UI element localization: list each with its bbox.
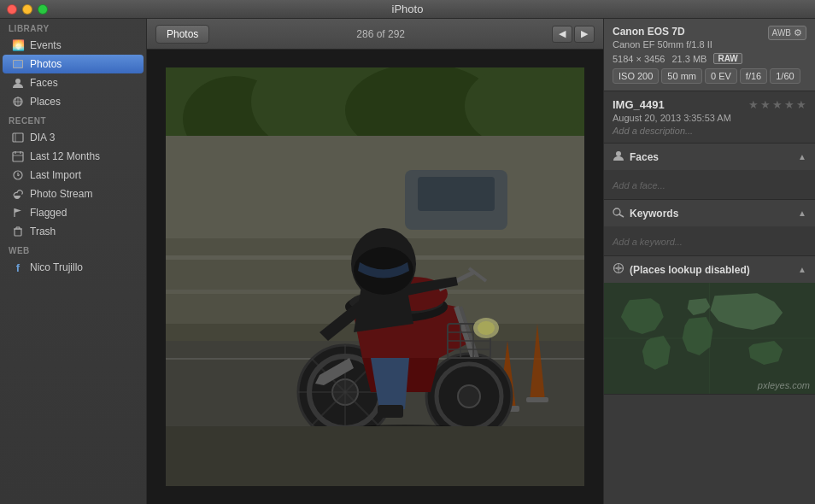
svg-rect-76 [166, 67, 584, 486]
last12months-icon [11, 149, 25, 163]
web-section-header: WEB [0, 241, 146, 258]
lastimport-icon [11, 168, 25, 182]
camera-filesize: 21.3 MB [671, 54, 707, 64]
flagged-icon [11, 206, 25, 220]
aperture-value: f/16 [740, 68, 767, 84]
faces-placeholder[interactable]: Add a face... [613, 180, 665, 190]
photo-name-row: IMG_4491 ★ ★ ★ ★ ★ [613, 98, 806, 111]
ev-value: 0 EV [705, 68, 737, 84]
prev-button[interactable]: ◀ [552, 26, 572, 43]
keywords-section-body: Add a keyword... [604, 226, 815, 255]
keywords-placeholder[interactable]: Add a keyword... [613, 237, 683, 247]
keywords-section-header[interactable]: Keywords ▲ [604, 200, 815, 226]
svg-point-77 [616, 151, 621, 156]
svg-rect-17 [15, 229, 21, 236]
photo-metadata: IMG_4491 ★ ★ ★ ★ ★ August 20, 2013 3:35:… [604, 91, 815, 144]
sidebar-item-dia3[interactable]: DIA 3 [3, 128, 144, 147]
star-rating[interactable]: ★ ★ ★ ★ ★ [748, 98, 806, 111]
world-map [604, 283, 815, 394]
sidebar-item-nicotrujillo[interactable]: f Nico Trujillo [3, 258, 144, 277]
photostream-icon [11, 187, 25, 201]
sidebar: LIBRARY 🌅 Events Photos Faces [0, 19, 147, 504]
places-icon [11, 95, 25, 108]
svg-rect-1 [14, 61, 22, 67]
next-button[interactable]: ▶ [574, 26, 595, 43]
svg-line-79 [619, 214, 624, 217]
faces-icon [11, 76, 25, 90]
library-section-header: LIBRARY [0, 19, 146, 36]
sidebar-item-lastimport-label: Last Import [30, 169, 81, 181]
sidebar-item-last12months-label: Last 12 Months [30, 150, 100, 162]
faces-section: Faces ▲ Add a face... [604, 144, 815, 200]
sidebar-item-photos[interactable]: Photos [3, 55, 144, 73]
keywords-section-icon [613, 206, 624, 220]
info-panel: Canon EOS 7D Canon EF 50mm f/1.8 II AWB … [603, 19, 815, 504]
settings-icon: ⚙ [794, 27, 802, 38]
sidebar-item-flagged-label: Flagged [30, 207, 67, 219]
iso-value: ISO 200 [613, 68, 659, 84]
sidebar-item-lastimport[interactable]: Last Import [3, 166, 144, 185]
places-section-header[interactable]: (Places lookup disabled) ▲ [604, 256, 815, 283]
places-globe-icon [613, 262, 624, 277]
photo-name: IMG_4491 [613, 98, 665, 111]
star-2[interactable]: ★ [760, 98, 771, 111]
app-title: iPhoto [392, 3, 424, 15]
sidebar-item-photos-label: Photos [30, 58, 62, 70]
shutter-value: 1/60 [770, 68, 800, 84]
svg-rect-9 [13, 152, 23, 161]
places-section-title: (Places lookup disabled) [630, 264, 793, 276]
star-5[interactable]: ★ [796, 98, 806, 111]
star-4[interactable]: ★ [784, 98, 794, 111]
facebook-icon: f [11, 261, 25, 274]
window-controls [7, 4, 48, 15]
minimize-button[interactable] [22, 4, 32, 15]
camera-details: Canon EOS 7D Canon EF 50mm f/1.8 II [613, 26, 712, 50]
faces-chevron-icon: ▲ [798, 152, 806, 161]
photo-description[interactable]: Add a description... [613, 126, 806, 136]
sidebar-item-dia3-label: DIA 3 [30, 132, 55, 144]
camera-lens: Canon EF 50mm f/1.8 II [613, 39, 712, 50]
photo-counter: 286 of 292 [216, 28, 545, 40]
faces-section-icon [613, 149, 624, 164]
sidebar-item-events[interactable]: 🌅 Events [3, 36, 144, 55]
photos-icon [11, 57, 25, 71]
sidebar-item-places-label: Places [30, 96, 61, 108]
keywords-section-title: Keywords [630, 208, 793, 220]
photo-viewer[interactable] [147, 50, 603, 504]
keywords-chevron-icon: ▲ [798, 208, 806, 218]
awb-badge: AWB ⚙ [768, 26, 806, 40]
svg-rect-7 [13, 133, 23, 142]
titlebar: iPhoto [0, 0, 815, 19]
map-view[interactable]: pxleyes.com [604, 283, 815, 394]
sidebar-item-faces-label: Faces [30, 77, 58, 89]
camera-dimensions-row: 5184 × 3456 21.3 MB RAW [613, 53, 806, 64]
maximize-button[interactable] [38, 4, 48, 15]
sidebar-item-nicotrujillo-label: Nico Trujillo [30, 261, 83, 273]
faces-section-header[interactable]: Faces ▲ [604, 144, 815, 170]
svg-point-78 [613, 208, 620, 215]
toolbar: Photos 286 of 292 ◀ ▶ [147, 19, 603, 50]
recent-section-header: RECENT [0, 111, 146, 128]
star-1[interactable]: ★ [748, 98, 759, 111]
places-section: (Places lookup disabled) ▲ [604, 256, 815, 395]
events-icon: 🌅 [11, 38, 25, 52]
awb-label: AWB [772, 28, 791, 38]
sidebar-item-flagged[interactable]: Flagged [3, 203, 144, 222]
camera-dimensions: 5184 × 3456 [613, 54, 665, 64]
watermark: pxleyes.com [758, 380, 810, 390]
sidebar-item-places[interactable]: Places [3, 92, 144, 111]
star-3[interactable]: ★ [772, 98, 783, 111]
sidebar-item-trash[interactable]: Trash [3, 222, 144, 241]
camera-name: Canon EOS 7D [613, 26, 712, 38]
svg-point-2 [15, 79, 21, 84]
sidebar-item-photostream[interactable]: Photo Stream [3, 185, 144, 203]
sidebar-item-events-label: Events [30, 39, 62, 51]
places-chevron-icon: ▲ [798, 265, 806, 274]
close-button[interactable] [7, 4, 17, 15]
keywords-section: Keywords ▲ Add a keyword... [604, 200, 815, 256]
photos-tab[interactable]: Photos [155, 25, 209, 44]
camera-info: Canon EOS 7D Canon EF 50mm f/1.8 II AWB … [604, 19, 815, 91]
camera-header: Canon EOS 7D Canon EF 50mm f/1.8 II AWB … [613, 26, 806, 50]
sidebar-item-faces[interactable]: Faces [3, 73, 144, 92]
sidebar-item-last12months[interactable]: Last 12 Months [3, 147, 144, 166]
